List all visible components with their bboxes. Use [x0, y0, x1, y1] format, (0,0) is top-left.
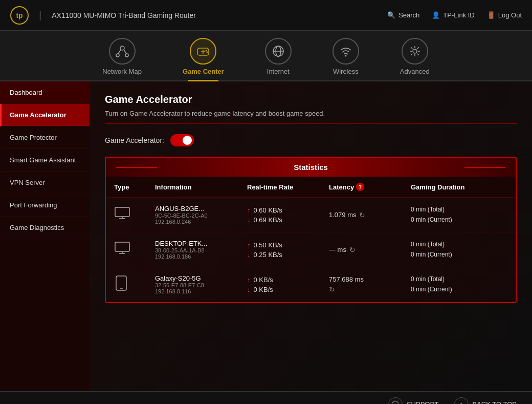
rate-up-1: ↑ 0.60 KB/s [247, 206, 329, 214]
main-layout: Dashboard Game Accelerator Game Protecto… [0, 81, 532, 391]
col-latency: Latency ? [329, 183, 411, 191]
nav-item-wireless[interactable]: Wireless [312, 31, 380, 80]
down-arrow-icon: ↓ [247, 216, 251, 224]
toggle-thumb [183, 136, 192, 145]
rate-cell-1: ↑ 0.60 KB/s ↓ 0.69 KB/s [247, 206, 329, 224]
refresh-icon[interactable]: ↻ [349, 246, 356, 254]
table-row: DESKTOP-ETK... 38-00-25-AA-1A-B8 192.168… [106, 232, 516, 267]
main-nav: Network Map Game Center Internet [0, 31, 532, 81]
latency-cell-2: — ms ↻ [329, 246, 411, 254]
search-button[interactable]: 🔍 Search [387, 11, 419, 19]
svg-point-10 [206, 50, 207, 52]
search-label: Search [398, 11, 419, 19]
game-accelerator-toggle[interactable] [170, 134, 194, 146]
nav-item-game-center[interactable]: Game Center [162, 31, 245, 80]
col-information: Information [155, 183, 247, 191]
device-info-3: Galaxy-S20-5G 32-56-E7-88-E7-C8 192.168.… [155, 274, 247, 294]
duration-cell-2: 0 min (Total) 0 min (Current) [411, 240, 507, 259]
nav-label-game-center: Game Center [183, 68, 224, 75]
down-arrow-icon: ↓ [247, 251, 251, 259]
nav-icon-network-map [109, 38, 136, 65]
svg-point-15 [345, 55, 346, 57]
sidebar-item-game-protector[interactable]: Game Protector [0, 126, 90, 149]
svg-point-4 [125, 54, 128, 57]
logout-label: Log Out [498, 11, 522, 19]
latency-cell-1: 1.079 ms ↻ [329, 211, 411, 219]
statistics-header: Statistics [106, 158, 516, 177]
duration-cell-3: 0 min (Total) 0 min (Current) [411, 274, 507, 294]
device-info-1: ANGUS-B2GE... 9C-5C-8E-BC-2C-A0 192.168.… [155, 205, 247, 225]
device-icon-desktop-2 [114, 240, 155, 260]
svg-text:tp: tp [16, 11, 23, 19]
nav-item-network-map[interactable]: Network Map [82, 31, 162, 80]
header-right: 🔍 Search 👤 TP-Link ID 🚪 Log Out [387, 11, 522, 19]
latency-cell-3: 757.688 ms ↻ [329, 275, 411, 293]
rate-up-2: ↑ 0.50 KB/s [247, 241, 329, 249]
device-ip-1: 192.168.0.246 [155, 219, 247, 225]
sidebar-item-port-forwarding[interactable]: Port Forwarding [0, 194, 90, 217]
device-name-3: Galaxy-S20-5G [155, 274, 247, 282]
rate-down-2: ↓ 0.25 KB/s [247, 251, 329, 259]
header-title: AX11000 MU-MIMO Tri-Band Gaming Router [52, 11, 196, 19]
support-label: SUPPORT [407, 400, 439, 404]
sidebar-item-smart-game-assistant[interactable]: Smart Game Assistant [0, 149, 90, 172]
latency-help-icon[interactable]: ? [356, 183, 364, 191]
nav-label-advanced: Advanced [400, 68, 430, 75]
nav-label-network-map: Network Map [102, 68, 142, 75]
nav-item-advanced[interactable]: Advanced [380, 31, 450, 80]
duration-cell-1: 0 min (Total) 0 min (Current) [411, 205, 507, 224]
device-name-2: DESKTOP-ETK... [155, 240, 247, 247]
sidebar-item-game-diagnostics[interactable]: Game Diagnostics [0, 217, 90, 239]
tplink-id-button[interactable]: 👤 TP-Link ID [432, 11, 474, 19]
toggle-row: Game Accelerator: [105, 134, 517, 146]
refresh-icon[interactable]: ↻ [329, 285, 335, 293]
nav-label-wireless: Wireless [333, 68, 359, 75]
device-mac-2: 38-00-25-AA-1A-B8 [155, 247, 247, 253]
nav-icon-wireless [332, 38, 359, 65]
header-separator: | [39, 9, 41, 21]
nav-label-internet: Internet [267, 68, 290, 75]
statistics-container: Statistics Type Information Real-time Ra… [105, 157, 517, 303]
logout-icon: 🚪 [487, 11, 495, 19]
svg-point-16 [413, 49, 417, 53]
nav-item-internet[interactable]: Internet [245, 31, 312, 80]
device-mac-3: 32-56-E7-88-E7-C8 [155, 282, 247, 288]
device-icon-desktop [114, 205, 155, 225]
svg-line-5 [118, 50, 121, 54]
svg-rect-23 [116, 276, 126, 290]
toggle-label: Game Accelerator: [105, 136, 164, 144]
toggle-track [170, 134, 194, 146]
header-left: tp | AX11000 MU-MIMO Tri-Band Gaming Rou… [10, 6, 196, 25]
tplink-logo: tp [10, 6, 29, 25]
back-to-top-button[interactable]: ↑ BACK TO TOP [454, 397, 517, 405]
col-realtime-rate: Real-time Rate [247, 183, 329, 191]
sidebar: Dashboard Game Accelerator Game Protecto… [0, 81, 90, 391]
up-arrow-icon: ↑ [247, 276, 251, 284]
up-arrow-icon: ↑ [247, 241, 251, 249]
table-row: ANGUS-B2GE... 9C-5C-8E-BC-2C-A0 192.168.… [106, 198, 516, 232]
header: tp | AX11000 MU-MIMO Tri-Band Gaming Rou… [0, 0, 532, 31]
col-gaming-duration: Gaming Duration [411, 183, 507, 191]
sidebar-item-game-accelerator[interactable]: Game Accelerator [0, 104, 90, 126]
up-arrow-icon: ↑ [247, 206, 251, 214]
nav-icon-game-center [190, 38, 216, 65]
svg-rect-20 [115, 242, 129, 251]
support-icon: 🎧 [388, 397, 403, 405]
support-button[interactable]: 🎧 SUPPORT [388, 397, 439, 405]
page-title: Game Accelerator [105, 94, 517, 105]
nav-icon-internet [265, 38, 292, 65]
svg-point-11 [207, 52, 208, 53]
svg-rect-17 [115, 207, 129, 217]
user-icon: 👤 [432, 11, 440, 19]
svg-point-3 [116, 54, 119, 57]
tplink-id-label: TP-Link ID [443, 11, 474, 19]
svg-line-6 [124, 50, 126, 54]
sidebar-item-vpn-server[interactable]: VPN Server [0, 172, 90, 194]
device-name-1: ANGUS-B2GE... [155, 205, 247, 212]
table-row: Galaxy-S20-5G 32-56-E7-88-E7-C8 192.168.… [106, 267, 516, 302]
refresh-icon[interactable]: ↻ [359, 211, 365, 219]
back-to-top-label: BACK TO TOP [473, 400, 517, 404]
footer: 🎧 SUPPORT ↑ BACK TO TOP [0, 391, 532, 404]
sidebar-item-dashboard[interactable]: Dashboard [0, 81, 90, 104]
logout-button[interactable]: 🚪 Log Out [487, 11, 522, 19]
